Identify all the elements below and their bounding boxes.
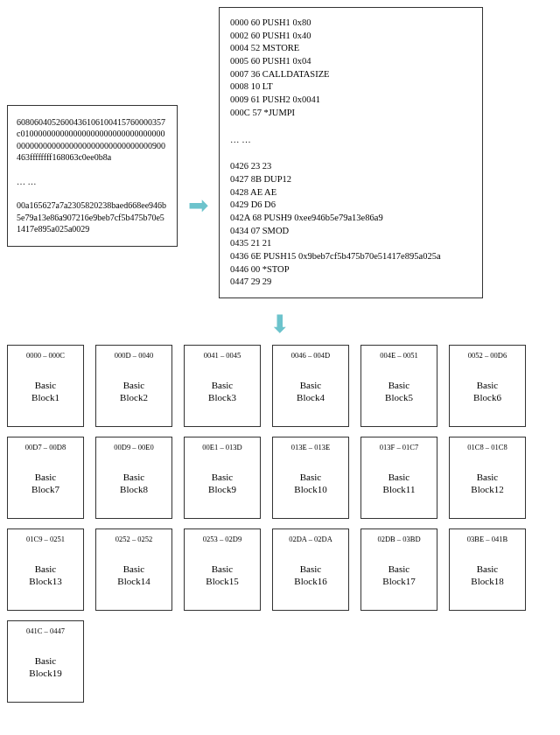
block-range: 00D9 – 00E0: [114, 443, 153, 452]
block-label: BasicBlock18: [471, 563, 503, 588]
opcode-line: 0002 60 PUSH1 0x40: [230, 30, 472, 43]
block-range: 02DA – 02DA: [289, 535, 332, 543]
arrow-down-icon: ➡: [266, 51, 295, 597]
block-range: 000D – 0040: [115, 351, 153, 360]
block-label: BasicBlock11: [383, 471, 416, 496]
basic-block-3: 0041 – 0045BasicBlock3: [184, 345, 261, 427]
block-range: 0046 – 004D: [291, 351, 330, 360]
hex-top: 6080604052600436106100415760000357c01000…: [17, 116, 168, 164]
block-range: 00E1 – 013D: [202, 443, 242, 452]
block-range: 004E – 0051: [380, 351, 417, 360]
block-range: 0252 – 0252: [116, 535, 153, 543]
block-label: BasicBlock8: [120, 471, 148, 496]
block-label: BasicBlock1: [32, 379, 60, 404]
basic-block-15: 0253 – 02D9BasicBlock15: [184, 528, 261, 611]
hex-ellipsis: … …: [17, 176, 168, 188]
block-range: 013F – 01C7: [380, 443, 418, 452]
basic-block-13: 01C9 – 0251BasicBlock13: [7, 528, 84, 611]
block-range: 01C8 – 01C8: [467, 443, 507, 452]
hex-bytecode-box: 6080604052600436106100415760000357c01000…: [7, 105, 178, 247]
block-range: 02DB – 03BD: [377, 535, 420, 543]
block-range: 03BE – 041B: [467, 535, 508, 543]
block-label: BasicBlock10: [294, 471, 326, 496]
opcode-line: 0000 60 PUSH1 0x80: [230, 17, 472, 30]
block-label: BasicBlock7: [32, 471, 60, 496]
block-label: BasicBlock15: [206, 563, 238, 588]
block-label: BasicBlock3: [208, 379, 236, 404]
block-range: 0253 – 02D9: [203, 535, 242, 543]
hex-bottom: 00a165627a7a2305820238baed668ee946b5e79a…: [17, 200, 168, 235]
basic-block-9: 00E1 – 013DBasicBlock9: [184, 437, 261, 519]
block-range: 0000 – 000C: [26, 351, 65, 360]
basic-block-17: 02DB – 03BDBasicBlock17: [360, 528, 438, 611]
basic-block-2: 000D – 0040BasicBlock2: [95, 345, 172, 427]
basic-block-7: 00D7 – 00D8BasicBlock7: [7, 437, 84, 519]
arrow-right-icon: ➡: [188, 191, 208, 220]
block-label: BasicBlock6: [473, 379, 501, 404]
block-label: BasicBlock16: [294, 563, 326, 588]
basic-block-12: 01C8 – 01C8BasicBlock12: [449, 437, 526, 519]
block-range: 0041 – 0045: [204, 351, 242, 360]
basic-block-1: 0000 – 000CBasicBlock1: [7, 345, 84, 427]
block-label: BasicBlock14: [117, 563, 150, 588]
block-range: 0052 – 00D6: [468, 351, 507, 360]
basic-block-6: 0052 – 00D6BasicBlock6: [449, 345, 526, 427]
block-range: 013E – 013E: [291, 443, 330, 452]
block-range: 01C9 – 0251: [26, 535, 65, 543]
block-label: BasicBlock19: [29, 654, 61, 680]
opcode-listing-box: 0000 60 PUSH1 0x800002 60 PUSH1 0x400004…: [219, 7, 483, 298]
block-label: BasicBlock9: [208, 471, 236, 496]
basic-block-5: 004E – 0051BasicBlock5: [360, 345, 438, 427]
basic-block-11: 013F – 01C7BasicBlock11: [360, 437, 438, 519]
basic-block-8: 00D9 – 00E0BasicBlock8: [95, 437, 172, 519]
block-range: 00D7 – 00D8: [25, 443, 66, 452]
block-label: BasicBlock12: [471, 471, 503, 496]
block-label: BasicBlock17: [382, 563, 415, 588]
block-range: 041C – 0447: [26, 626, 65, 635]
basic-block-18: 03BE – 041BBasicBlock18: [449, 528, 526, 611]
block-label: BasicBlock13: [29, 563, 61, 588]
basic-block-19: 041C – 0447BasicBlock19: [7, 620, 84, 703]
basic-block-14: 0252 – 0252BasicBlock14: [95, 528, 172, 611]
block-label: BasicBlock5: [385, 379, 413, 404]
block-label: BasicBlock4: [297, 379, 325, 404]
block-label: BasicBlock2: [120, 379, 148, 404]
